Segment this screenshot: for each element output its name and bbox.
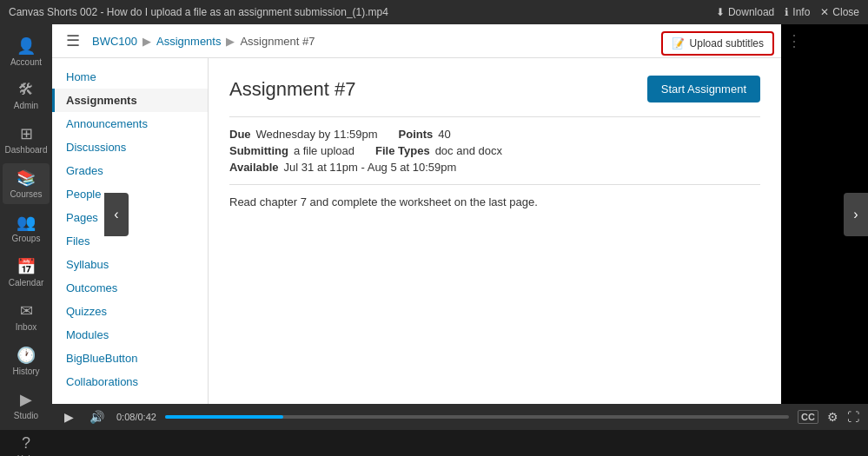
top-bar: Canvas Shorts 002 - How do I upload a fi… [0,0,868,24]
sidebar-link-modules[interactable]: Modules [52,323,208,347]
video-container: ☰ BWC100 ▶ Assignments ▶ Assignment #7 H… [52,24,868,430]
sidebar-link-collaborations[interactable]: Collaborations [52,370,208,393]
history-icon: 🕐 [17,346,36,365]
courses-label: Courses [10,189,42,199]
sidebar-item-admin[interactable]: 🛠 Admin [3,76,50,116]
volume-button[interactable]: 🔊 [86,408,108,426]
assignment-description: Read chapter 7 and complete the workshee… [229,184,760,208]
dashboard-label: Dashboard [5,145,48,155]
assignment-header: Assignment #7 Start Assignment [229,76,760,102]
next-arrow-button[interactable]: › [844,193,868,236]
sidebar-item-dashboard[interactable]: ⊞ Dashboard [3,119,50,160]
video-controls-bar: ▶ 🔊 0:08/0:42 CC ⚙ ⛶ [52,404,868,430]
points-pair: Points 40 [399,128,451,141]
left-nav: 👤 Account 🛠 Admin ⊞ Dashboard 📚 Courses … [0,24,52,430]
submitting-label: Submitting [229,144,288,157]
canvas-overlay: ☰ BWC100 ▶ Assignments ▶ Assignment #7 H… [52,24,781,404]
prev-arrow-button[interactable]: ‹ [104,193,129,236]
due-label: Due [229,128,251,141]
sidebar-link-syllabus[interactable]: Syllabus [52,253,208,276]
available-pair: Available Jul 31 at 11pm - Aug 5 at 10:5… [229,161,456,174]
sidebar-link-outcomes[interactable]: Outcomes [52,276,208,300]
file-types-value: doc and docx [435,144,502,157]
help-icon: ? [22,434,30,453]
sidebar-item-help[interactable]: ? Help [3,429,50,456]
calendar-label: Calendar [9,278,44,287]
sidebar-link-pages[interactable]: Pages [52,206,208,229]
submitting-value: a file upload [294,144,354,157]
groups-icon: 👥 [17,213,36,232]
admin-label: Admin [14,101,38,110]
sidebar-item-calendar[interactable]: 📅 Calendar [3,252,50,293]
progress-fill [165,415,283,419]
assignment-details: Due Wednesday by 11:59pm Points 40 [229,116,760,174]
settings-button[interactable]: ⚙ [827,410,838,424]
course-content: Assignment #7 Start Assignment Due Wedne… [209,58,781,404]
admin-icon: 🛠 [18,81,34,99]
sidebar-item-account[interactable]: 👤 Account [3,31,50,72]
breadcrumb-section[interactable]: Assignments [156,35,221,48]
top-bar-actions: ⬇ Download ℹ Info ✕ Close [716,6,859,18]
groups-label: Groups [12,234,41,243]
hamburger-menu[interactable]: ☰ [66,31,80,50]
dashboard-icon: ⊞ [20,124,33,143]
file-types-label: File Types [375,144,430,157]
fullscreen-button[interactable]: ⛶ [847,410,859,424]
upload-subtitles-button[interactable]: 📝 Upload subtitles [661,31,774,56]
sidebar-item-history[interactable]: 🕐 History [3,340,50,381]
breadcrumb-course[interactable]: BWC100 [92,35,137,48]
studio-icon: ▶ [20,390,32,409]
points-value: 40 [438,128,450,141]
cc-button[interactable]: CC [798,410,818,424]
info-icon: ℹ [785,6,789,18]
submitting-pair: Submitting a file upload [229,144,354,157]
description-text: Read chapter 7 and complete the workshee… [229,195,760,208]
main-layout: 👤 Account 🛠 Admin ⊞ Dashboard 📚 Courses … [0,24,868,430]
account-icon: 👤 [17,36,36,56]
inbox-icon: ✉ [20,301,33,321]
sidebar-link-discussions[interactable]: Discussions [52,135,208,159]
breadcrumb-current: Assignment #7 [240,35,315,48]
history-label: History [12,367,39,376]
sidebar-link-grades[interactable]: Grades [52,159,208,182]
canvas-body: Home Assignments Announcements Discussio… [52,58,781,404]
start-assignment-button[interactable]: Start Assignment [647,76,760,102]
inbox-label: Inbox [16,322,36,332]
sidebar-link-home[interactable]: Home [52,65,208,89]
due-pair: Due Wednesday by 11:59pm [229,128,378,141]
available-label: Available [229,161,279,174]
file-types-pair: File Types doc and docx [375,144,502,157]
close-button[interactable]: ✕ Close [820,6,859,18]
sidebar-link-bigbluebutton[interactable]: BigBlueButton [52,347,208,370]
detail-row-3: Available Jul 31 at 11pm - Aug 5 at 10:5… [229,161,760,174]
sidebar-link-announcements[interactable]: Announcements [52,112,208,135]
detail-row-2: Submitting a file upload File Types doc … [229,144,760,157]
sidebar-item-studio[interactable]: ▶ Studio [3,385,50,426]
subtitles-icon: 📝 [672,37,685,50]
window-title: Canvas Shorts 002 - How do I upload a fi… [9,6,388,18]
close-icon: ✕ [820,6,829,18]
play-button[interactable]: ▶ [61,408,77,426]
due-value: Wednesday by 11:59pm [256,128,378,141]
download-button[interactable]: ⬇ Download [716,6,774,18]
info-button[interactable]: ℹ Info [785,6,810,18]
account-label: Account [10,57,42,67]
time-display: 0:08/0:42 [116,412,156,422]
studio-label: Studio [14,411,38,420]
course-sidebar: Home Assignments Announcements Discussio… [52,58,209,404]
breadcrumb-sep-2: ▶ [226,35,235,48]
window-title-area: Canvas Shorts 002 - How do I upload a fi… [9,6,388,18]
sidebar-item-courses[interactable]: 📚 Courses [3,163,50,204]
sidebar-link-assignments[interactable]: Assignments [52,89,208,112]
progress-bar[interactable] [165,415,789,419]
detail-row-1: Due Wednesday by 11:59pm Points 40 [229,128,760,141]
breadcrumb-sep-1: ▶ [142,35,151,48]
sidebar-link-quizzes[interactable]: Quizzes [52,300,208,323]
sidebar-link-people[interactable]: People [52,182,208,206]
more-options-button[interactable]: ⋮ [786,31,802,50]
sidebar-link-files[interactable]: Files [52,229,208,253]
points-label: Points [399,128,434,141]
sidebar-item-inbox[interactable]: ✉ Inbox [3,296,50,337]
sidebar-item-groups[interactable]: 👥 Groups [3,208,50,248]
courses-icon: 📚 [17,169,36,188]
